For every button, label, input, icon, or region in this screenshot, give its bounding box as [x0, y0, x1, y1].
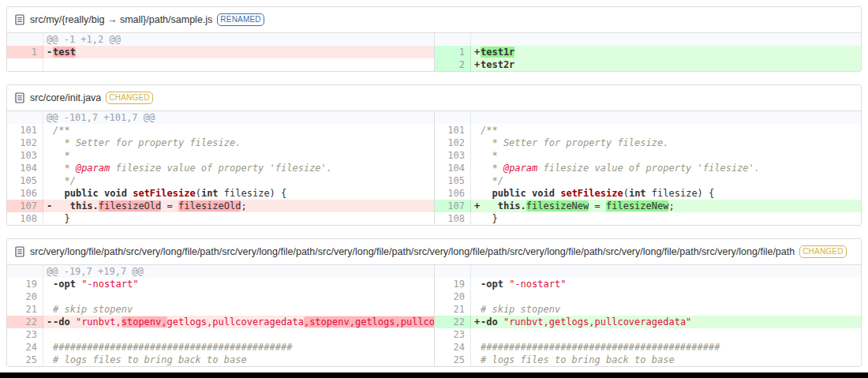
code-line-content: # skip stopenv: [471, 303, 861, 316]
code-line-row: 107- this.filesizeOld = filesizeOld;: [7, 200, 434, 212]
file-document-icon: [15, 92, 24, 103]
code-token: # skip stopenv: [481, 304, 560, 315]
diff-table-right: 1+test1r2+test2r: [434, 33, 861, 71]
code-line-content: --do "runbvt,stopenv,getlogs,pullcoverag…: [43, 316, 434, 328]
diff-line-prefix: -: [47, 200, 53, 212]
code-line-content: *: [43, 149, 434, 162]
code-line-content: +-do "runbvt,getlogs,pullcoveragedata": [471, 316, 861, 328]
code-token: filesize) {: [219, 188, 287, 199]
line-number: 2: [435, 58, 471, 71]
code-line-row: 22--do "runbvt,stopenv,getlogs,pullcover…: [7, 316, 434, 328]
hunk-header-text: @@ -1 +1,2 @@: [43, 33, 434, 46]
code-token: =: [161, 200, 178, 211]
line-number: 105: [435, 174, 471, 187]
code-line-row: 23: [435, 328, 861, 341]
diff-side-by-side: @@ -19,7 +19,7 @@19-opt "-nostart"2021# …: [7, 265, 861, 366]
code-line-row: 103 *: [7, 149, 434, 162]
code-line-row: 1-test: [7, 46, 434, 58]
code-token: ;: [241, 200, 246, 211]
line-number: 19: [7, 278, 43, 290]
code-line-row: 21# skip stopenv: [7, 303, 434, 316]
file-panel: src/core/init.javaCHANGED@@ -101,7 +101,…: [6, 84, 862, 226]
line-number: 20: [7, 290, 43, 303]
diff-table-left: @@ -19,7 +19,7 @@19-opt "-nostart"2021# …: [7, 265, 434, 366]
code-line-row: 104 * @param filesize value of property …: [7, 162, 434, 174]
line-number: 21: [435, 303, 471, 316]
line-number: 19: [435, 278, 471, 290]
code-line-content: /**: [471, 124, 861, 137]
code-line-row: 108 }: [435, 212, 861, 225]
file-status-badge: RENAMED: [217, 13, 264, 26]
code-token: ;: [668, 200, 674, 211]
code-token: int: [201, 188, 219, 199]
file-status-badge: CHANGED: [799, 245, 846, 258]
line-number: 23: [7, 328, 43, 341]
code-line-content: + this.filesizeNew = filesizeNew;: [471, 200, 861, 212]
code-token: /**: [53, 125, 70, 136]
line-number: 108: [435, 212, 471, 225]
line-number: 25: [435, 354, 471, 366]
code-token: */: [53, 175, 76, 186]
hunk-header-row: [435, 265, 861, 278]
code-line-row: 22+-do "runbvt,getlogs,pullcoveragedata": [435, 316, 861, 328]
line-number: 102: [435, 137, 471, 149]
code-token: * Setter for property filesize.: [53, 137, 241, 148]
line-number: [7, 58, 43, 71]
line-number: 22: [7, 316, 43, 328]
code-token: getlogs,pullcoveragedata: [167, 316, 304, 327]
code-token: * Setter for property filesize.: [481, 137, 668, 148]
code-line-content: * @param filesize value of property 'fil…: [43, 162, 434, 174]
line-number: 24: [435, 341, 471, 354]
code-line-content: # logs files to bring back to base: [471, 354, 861, 366]
line-number: 108: [7, 212, 43, 225]
diff-line-prefix: +: [474, 46, 481, 58]
code-token: [53, 200, 70, 211]
hunk-header-row: @@ -1 +1,2 @@: [7, 33, 434, 46]
diff-line-prefix: +: [474, 200, 481, 212]
code-line-row: 19-opt "-nostart": [435, 278, 861, 290]
code-token: [481, 188, 492, 199]
code-token: # logs files to bring back to base: [481, 354, 675, 365]
code-token: filesize) {: [646, 188, 715, 199]
code-line-content: # logs files to bring back to base: [43, 354, 434, 366]
code-line-row: 102 * Setter for property filesize.: [7, 137, 434, 149]
file-document-icon: [15, 246, 24, 257]
code-line-content: public void setFilesize(int filesize) {: [471, 187, 861, 200]
line-number: 107: [7, 200, 43, 212]
line-number: 1: [435, 46, 471, 58]
diff-line-prefix: -: [47, 316, 53, 328]
hunk-header-text: [471, 265, 861, 278]
diff-table-right: 101/**102 * Setter for property filesize…: [434, 111, 861, 225]
code-token: int: [629, 188, 646, 199]
file-name: src/my/{really/big → small}/path/sample.…: [30, 14, 212, 25]
code-token: @param: [76, 163, 110, 174]
code-line-content: */: [471, 174, 861, 187]
code-line-row: 107+ this.filesizeNew = filesizeNew;: [435, 200, 861, 212]
code-line-content: [471, 328, 861, 341]
code-line-row: 104 * @param filesize value of property …: [435, 162, 861, 174]
line-number: 103: [435, 149, 471, 162]
word-diff-highlight: stopenv,: [122, 316, 167, 327]
file-name: src/core/init.java: [30, 92, 101, 103]
code-line-content: +test1r: [471, 46, 861, 58]
hunk-header-row: @@ -101,7 +101,7 @@: [7, 111, 434, 124]
word-diff-highlight: filesizeOld: [99, 200, 161, 211]
file-status-badge: CHANGED: [106, 92, 152, 104]
code-token: "-nostart": [81, 279, 138, 290]
diff-line-prefix: -: [47, 46, 53, 58]
code-token: */: [481, 175, 503, 186]
code-line-row: 108 }: [7, 212, 434, 225]
word-diff-highlight: test: [53, 47, 76, 58]
word-diff-highlight: test1r: [481, 47, 514, 58]
code-line-content: # skip stopenv: [43, 303, 434, 316]
code-line-content: }: [43, 212, 434, 225]
code-line-row: 101/**: [7, 124, 434, 137]
diff-table-left: @@ -101,7 +101,7 @@101/**102 * Setter fo…: [7, 111, 434, 225]
code-token: /**: [481, 125, 498, 136]
code-token: =: [589, 200, 606, 211]
code-line-content: */: [43, 174, 434, 187]
code-token: -do: [481, 316, 498, 327]
code-token: setFilesize: [133, 188, 195, 199]
code-line-content: ########################################…: [43, 341, 434, 354]
code-line-content: }: [471, 212, 861, 225]
